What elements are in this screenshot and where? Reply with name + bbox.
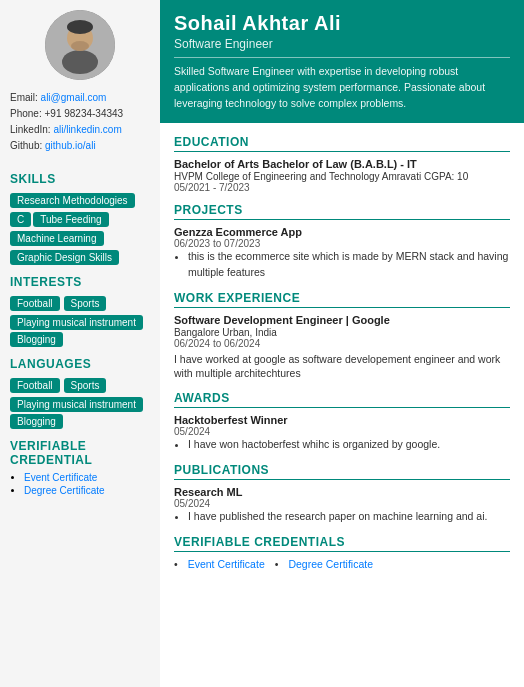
- publication-name: Research ML: [174, 486, 510, 498]
- award-entry: Hacktoberfest Winner 05/2024 I have won …: [174, 414, 510, 453]
- github-link[interactable]: github.io/ali: [45, 140, 96, 151]
- interests-row-1: FootballSports: [10, 294, 150, 313]
- language-tag: Football: [10, 378, 60, 393]
- interests-tags: FootballSportsPlaying musical instrument…: [10, 294, 150, 349]
- work-entry: Software Development Engineer | Google B…: [174, 314, 510, 381]
- award-bullet: I have won hactoberfest whihc is organiz…: [188, 437, 510, 453]
- credential-list: Event CertificateDegree Certificate: [10, 472, 150, 498]
- language-tag: Playing musical instrument: [10, 397, 143, 412]
- award-name: Hacktoberfest Winner: [174, 414, 510, 426]
- verifiable-creds-links: • Event Certificate • Degree Certificate: [174, 558, 510, 570]
- profile-bio: Skilled Software Engineer with expertise…: [174, 64, 510, 111]
- work-location: Bangalore Urban, India: [174, 327, 510, 338]
- header-divider: [174, 57, 510, 58]
- publications-section-title: PUBLICATIONS: [174, 463, 510, 480]
- degree-cert-link[interactable]: Degree Certificate: [288, 558, 373, 570]
- publication-bullet: I have published the research paper on m…: [188, 509, 510, 525]
- languages-title: LANGUAGES: [10, 357, 150, 371]
- project-bullet: this is the ecommerce site which is made…: [188, 249, 510, 281]
- skill-tag: Graphic Design Skills: [10, 250, 119, 265]
- list-item: Event Certificate: [24, 472, 150, 483]
- interest-tag: Football: [10, 296, 60, 311]
- main-content: Sohail Akhtar Ali Software Engineer Skil…: [160, 0, 524, 687]
- project-name: Genzza Ecommerce App: [174, 226, 510, 238]
- education-institution: HVPM College of Engineering and Technolo…: [174, 171, 510, 182]
- list-item: Degree Certificate: [24, 485, 150, 496]
- interest-tag: Sports: [64, 296, 107, 311]
- credential-link[interactable]: Event Certificate: [24, 472, 97, 483]
- education-dates: 05/2021 - 7/2023: [174, 182, 510, 193]
- publication-entry: Research ML 05/2024 I have published the…: [174, 486, 510, 525]
- verifiable-creds-title: VERIFIABLE CREDENTIALS: [174, 535, 510, 552]
- skills-tags: Research MethodologiesCTube FeedingMachi…: [10, 191, 150, 267]
- interests-title: INTERESTS: [10, 275, 150, 289]
- email-label: Email:: [10, 92, 38, 103]
- phone-value: +91 98234-34343: [44, 108, 123, 119]
- skill-tag: Machine Learning: [10, 231, 104, 246]
- awards-section-title: AWARDS: [174, 391, 510, 408]
- profile-header: Sohail Akhtar Ali Software Engineer Skil…: [160, 0, 524, 123]
- contact-info: Email: ali@gmail.com Phone: +91 98234-34…: [10, 90, 150, 154]
- phone-label: Phone:: [10, 108, 42, 119]
- svg-point-1: [62, 50, 98, 74]
- interest-tag: Blogging: [10, 332, 63, 347]
- svg-point-4: [71, 41, 89, 51]
- credential-link[interactable]: Degree Certificate: [24, 485, 105, 496]
- skill-tag: Research Methodologies: [10, 193, 135, 208]
- work-title: Software Development Engineer | Google: [174, 314, 510, 326]
- languages-row-1: FootballSports: [10, 376, 150, 395]
- language-tag: Sports: [64, 378, 107, 393]
- education-section-title: EDUCATION: [174, 135, 510, 152]
- work-section-title: WORK EXPERIENCE: [174, 291, 510, 308]
- profile-title: Software Engineer: [174, 37, 510, 51]
- work-dates: 06/2024 to 06/2024: [174, 338, 510, 349]
- bullet-dot2: •: [275, 558, 279, 570]
- svg-point-3: [67, 20, 93, 34]
- email-link[interactable]: ali@gmail.com: [41, 92, 107, 103]
- verifiable-title: VERIFIABLE CREDENTIAL: [10, 439, 150, 467]
- project-bullets: this is the ecommerce site which is made…: [174, 249, 510, 281]
- avatar-wrapper: [10, 10, 150, 80]
- publication-dates: 05/2024: [174, 498, 510, 509]
- interest-tag: Playing musical instrument: [10, 315, 143, 330]
- sidebar: Email: ali@gmail.com Phone: +91 98234-34…: [0, 0, 160, 687]
- skills-title: SKILLS: [10, 172, 150, 186]
- event-cert-link[interactable]: Event Certificate: [188, 558, 265, 570]
- linkedin-link[interactable]: ali/linkedin.com: [53, 124, 121, 135]
- education-degree: Bachelor of Arts Bachelor of Law (B.A.B.…: [174, 158, 510, 170]
- project-entry: Genzza Ecommerce App 06/2023 to 07/2023 …: [174, 226, 510, 281]
- publication-bullets: I have published the research paper on m…: [174, 509, 510, 525]
- education-entry: Bachelor of Arts Bachelor of Law (B.A.B.…: [174, 158, 510, 193]
- award-bullets: I have won hactoberfest whihc is organiz…: [174, 437, 510, 453]
- award-dates: 05/2024: [174, 426, 510, 437]
- skill-tag: C: [10, 212, 31, 227]
- projects-section-title: PROJECTS: [174, 203, 510, 220]
- profile-name: Sohail Akhtar Ali: [174, 12, 510, 35]
- github-label: Github:: [10, 140, 42, 151]
- bullet-dot: •: [174, 558, 178, 570]
- skill-tag: Tube Feeding: [33, 212, 108, 227]
- language-tag: Blogging: [10, 414, 63, 429]
- avatar: [45, 10, 115, 80]
- project-dates: 06/2023 to 07/2023: [174, 238, 510, 249]
- languages-tags: FootballSportsPlaying musical instrument…: [10, 376, 150, 431]
- linkedin-label: LinkedIn:: [10, 124, 51, 135]
- work-desc: I have worked at google as software deve…: [174, 352, 510, 381]
